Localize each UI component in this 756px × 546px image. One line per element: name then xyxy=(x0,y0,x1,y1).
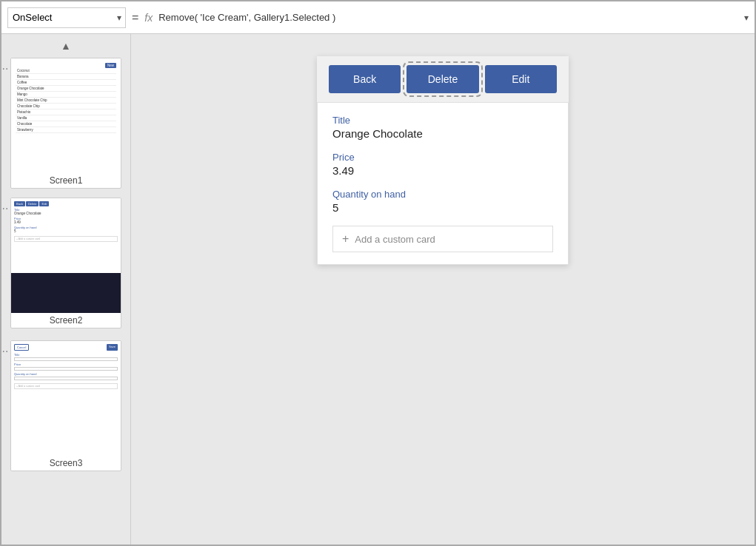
edit-button[interactable]: Edit xyxy=(485,65,557,93)
canvas-area: Back Delete Edit Title Orange Chocolate … xyxy=(131,34,755,546)
delete-button[interactable]: Delete xyxy=(407,65,478,93)
screen3-label: Screen3 xyxy=(11,456,121,471)
scroll-up-icon: ▲ xyxy=(61,40,71,52)
card-field-quantity-value: 5 xyxy=(332,201,553,214)
screen3-mini-preview: Cancel Save Title Price Quantity on hand… xyxy=(11,341,121,456)
card-field-title: Title Orange Chocolate xyxy=(332,115,553,140)
screen1-thumbnail[interactable]: New Coconut Banana Coffee Orange Chocola… xyxy=(10,58,121,189)
app-card: Title Orange Chocolate Price 3.49 Quanti… xyxy=(317,102,569,265)
sidebar: ▲ ··· New Coconut Banana Coffee Orange C… xyxy=(1,34,131,546)
formula-select-wrapper: OnSelect xyxy=(7,7,126,28)
card-field-quantity-label: Quantity on hand xyxy=(332,189,553,200)
formula-select[interactable]: OnSelect xyxy=(7,7,126,28)
screen1-dots-icon[interactable]: ··· xyxy=(1,62,8,75)
formula-end-chevron-icon[interactable]: ▾ xyxy=(744,13,749,23)
card-field-price-label: Price xyxy=(332,152,553,163)
app-screen: Back Delete Edit Title Orange Chocolate … xyxy=(317,56,569,265)
screen2-dots-icon[interactable]: ··· xyxy=(1,202,8,215)
screen2-thumbnail[interactable]: Back Delete Edit Title Orange Chocolate … xyxy=(10,198,121,328)
formula-input[interactable] xyxy=(158,7,738,28)
screen1-mini-preview: New Coconut Banana Coffee Orange Chocola… xyxy=(11,58,121,173)
formula-bar: OnSelect = fx ▾ xyxy=(1,1,755,34)
card-field-quantity: Quantity on hand 5 xyxy=(332,189,553,214)
add-custom-card-label: Add a custom card xyxy=(355,234,435,245)
screen2-mini-preview: Back Delete Edit Title Orange Chocolate … xyxy=(11,198,121,313)
app-buttons-row: Back Delete Edit xyxy=(317,56,569,102)
equals-sign: = xyxy=(132,11,138,24)
card-field-title-value: Orange Chocolate xyxy=(332,127,553,140)
card-field-title-label: Title xyxy=(332,115,553,126)
back-button[interactable]: Back xyxy=(329,65,401,93)
add-custom-card-plus-icon: + xyxy=(342,232,349,246)
card-field-price: Price 3.49 xyxy=(332,152,553,177)
screen1-label: Screen1 xyxy=(11,173,121,188)
add-custom-card-button[interactable]: + Add a custom card xyxy=(332,226,553,252)
screen3-dots-icon[interactable]: ··· xyxy=(1,345,8,358)
screen3-thumbnail[interactable]: Cancel Save Title Price Quantity on hand… xyxy=(10,340,121,471)
main-layout: ▲ ··· New Coconut Banana Coffee Orange C… xyxy=(1,34,755,546)
screen2-label: Screen2 xyxy=(11,313,121,328)
card-field-price-value: 3.49 xyxy=(332,164,553,177)
scroll-up-button[interactable]: ▲ xyxy=(1,37,130,55)
fx-label: fx xyxy=(144,12,153,24)
